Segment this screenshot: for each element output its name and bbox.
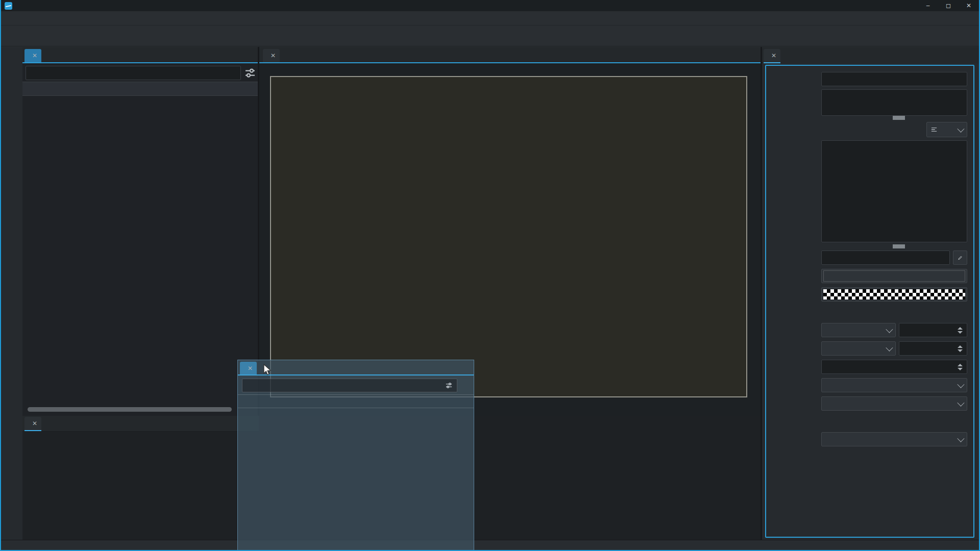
worksheet-page[interactable] [270,76,747,397]
search-input[interactable] [26,66,241,80]
transparent-colour-swatch [823,289,965,299]
tab-project-explorer-floating[interactable]: ✕ [240,362,257,374]
font-colour-button[interactable] [821,269,967,283]
chevron-down-icon [957,126,964,133]
comment-field[interactable] [821,89,967,116]
close-icon[interactable]: ✕ [771,52,776,59]
explorer-header-row [238,394,474,408]
close-icon[interactable]: ✕ [32,420,37,427]
labplot-window: – ◻ ✕ ✕ ✕ [0,0,980,551]
worksheet-mouse-mode-toolbar [1,47,23,540]
menu-bar [1,11,979,26]
font-colour-swatch [823,270,965,282]
rydberg-spectrum-plot[interactable] [271,77,746,396]
main-toolbar [1,26,979,46]
splitter-handle[interactable] [893,244,905,248]
font-field[interactable] [821,251,950,265]
border-shape-dropdown[interactable] [821,432,967,446]
background-colour-button[interactable] [821,287,967,302]
tab-properties[interactable]: ✕ [764,49,780,63]
close-icon[interactable]: ✕ [32,52,37,59]
y-position-dropdown[interactable] [821,341,896,356]
maximize-button[interactable]: ◻ [938,0,959,11]
explorer-tree [238,407,474,551]
text-label-properties-panel: ✓ [765,65,974,538]
project-explorer-dock: ✕ [22,47,259,416]
text-content-editor[interactable] [821,140,967,242]
floating-project-explorer[interactable]: ✕ [237,360,474,551]
filter-options-icon[interactable] [244,67,256,79]
rotation-spinbox[interactable] [821,360,967,374]
vert-alignment-dropdown[interactable] [821,396,967,411]
y-offset-spinbox[interactable] [899,341,967,356]
explorer-header-row [22,82,259,96]
splitter-handle[interactable] [893,116,905,120]
tab-worksheet[interactable]: ✕ [263,49,280,62]
project-explorer-tabbar: ✕ [22,47,259,63]
worksheet-tabbar: ✕ [259,47,762,63]
horizontal-scrollbar[interactable] [28,407,232,412]
properties-dock: ✕ [762,47,980,540]
minimize-button[interactable]: – [918,0,938,11]
spreadsheet-tabbar: ✕ [22,416,259,432]
properties-tabbar: ✕ [762,47,980,63]
x-position-dropdown[interactable] [821,323,896,337]
tab-project-explorer[interactable]: ✕ [24,49,41,62]
tab-spreadsheet[interactable]: ✕ [24,417,41,431]
title-bar: – ◻ ✕ [1,0,979,11]
close-button[interactable]: ✕ [959,0,979,11]
font-edit-button[interactable] [953,251,967,265]
app-icon [5,2,12,10]
text-mode-dropdown[interactable] [926,122,967,137]
name-field[interactable] [821,72,967,86]
hor-alignment-dropdown[interactable] [821,378,967,392]
explorer-tree [22,95,259,373]
status-bar [1,540,979,551]
mouse-cursor [262,364,274,378]
close-icon[interactable]: ✕ [271,52,276,59]
search-row [26,66,256,80]
dock-divider [761,47,762,540]
x-offset-spinbox[interactable] [899,323,967,337]
search-input[interactable] [242,379,457,392]
